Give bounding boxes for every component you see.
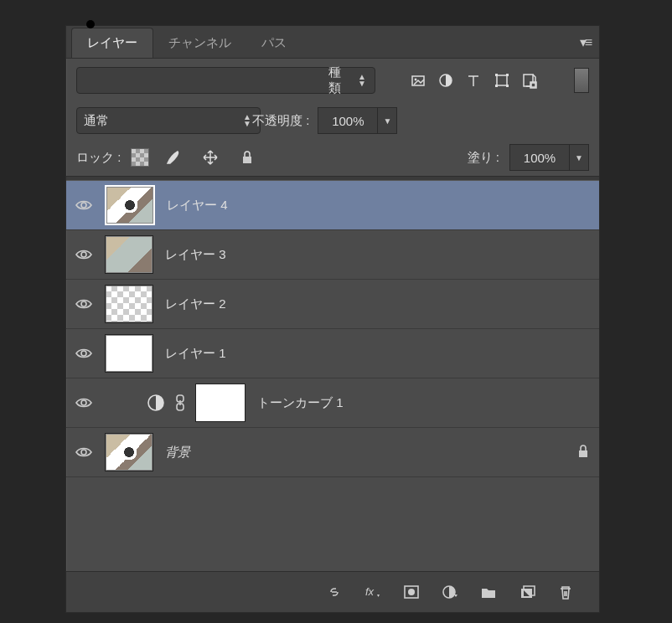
layer-thumbnail[interactable] — [105, 235, 153, 274]
visibility-icon[interactable] — [75, 249, 93, 260]
svg-rect-5 — [497, 75, 507, 85]
layer-row[interactable]: レイヤー 1 — [66, 329, 599, 378]
layer-name[interactable]: レイヤー 4 — [167, 198, 591, 214]
svg-point-3 — [415, 79, 417, 81]
svg-point-18 — [81, 400, 86, 405]
filter-adjustment-icon[interactable] — [435, 68, 457, 93]
filter-type-icon[interactable] — [463, 68, 485, 93]
visibility-icon[interactable] — [75, 397, 93, 409]
lock-icon — [576, 444, 591, 461]
layer-style-icon[interactable]: fx — [364, 584, 381, 600]
add-mask-icon[interactable] — [403, 584, 420, 600]
layer-row[interactable]: レイヤー 4 — [66, 181, 599, 230]
svg-line-1 — [94, 28, 98, 32]
lock-paint-icon[interactable] — [161, 145, 186, 170]
filter-row: 種類 ▲▼ — [66, 59, 599, 102]
visibility-icon[interactable] — [75, 298, 93, 310]
svg-point-14 — [81, 203, 86, 208]
blend-row: 通常 ▲▼ 不透明度 : 100% ▼ — [66, 102, 599, 139]
svg-point-0 — [86, 20, 95, 28]
svg-point-16 — [81, 301, 86, 306]
fill-field[interactable]: 100% — [509, 144, 570, 171]
layer-name[interactable]: レイヤー 3 — [165, 247, 591, 263]
mask-link-icon[interactable] — [173, 394, 187, 412]
layer-thumbnail[interactable] — [105, 433, 153, 471]
fill-label: 塗り : — [468, 150, 499, 166]
opacity-dropdown-button[interactable]: ▼ — [378, 107, 397, 134]
svg-point-15 — [81, 252, 86, 257]
filter-pixel-icon[interactable] — [406, 68, 429, 93]
filter-smartobject-icon[interactable] — [518, 68, 540, 93]
lock-row: ロック : 塗り : 100% ▼ — [66, 139, 599, 176]
svg-point-17 — [81, 351, 86, 356]
svg-rect-9 — [506, 85, 509, 87]
layer-thumbnail[interactable] — [105, 285, 153, 323]
layer-name[interactable]: レイヤー 1 — [165, 346, 591, 362]
layer-row[interactable]: レイヤー 3 — [66, 230, 599, 280]
delete-layer-icon[interactable] — [557, 584, 574, 600]
svg-rect-24 — [579, 451, 587, 457]
svg-point-27 — [408, 589, 415, 595]
layer-name[interactable]: トーンカーブ 1 — [257, 395, 591, 411]
new-group-icon[interactable] — [480, 584, 497, 600]
lock-position-icon[interactable] — [198, 145, 223, 170]
visibility-icon[interactable] — [75, 348, 93, 359]
layer-mask-thumbnail[interactable] — [195, 384, 246, 422]
link-layers-icon[interactable] — [326, 584, 343, 600]
opacity-label: 不透明度 : — [252, 113, 309, 129]
blend-mode-dropdown[interactable]: 通常 ▲▼ — [76, 107, 261, 134]
layer-thumbnail[interactable] — [105, 334, 153, 373]
visibility-icon[interactable] — [75, 199, 93, 211]
filter-shape-icon[interactable] — [490, 68, 513, 93]
layer-row[interactable]: レイヤー 2 — [66, 280, 599, 329]
svg-rect-8 — [495, 85, 498, 87]
layer-row[interactable]: 背景 — [66, 428, 599, 477]
svg-point-23 — [81, 450, 86, 455]
svg-rect-6 — [495, 74, 498, 76]
fill-dropdown-button[interactable]: ▼ — [570, 144, 589, 171]
visibility-icon[interactable] — [75, 446, 93, 458]
stepper-arrows-icon: ▲▼ — [243, 114, 251, 127]
new-adjustment-icon[interactable] — [442, 584, 458, 600]
adjustment-layer-icon — [147, 394, 165, 412]
lock-transparency-icon[interactable] — [131, 148, 149, 167]
layers-panel: レイヤー チャンネル パス ▾≡ 種類 ▲▼ 通常 ▲▼ 不透明度 : 100%… — [65, 25, 600, 613]
opacity-field[interactable]: 100% — [318, 107, 378, 134]
new-layer-icon[interactable] — [519, 584, 535, 600]
filter-kind-dropdown[interactable]: 種類 ▲▼ — [76, 67, 375, 94]
svg-rect-7 — [506, 74, 509, 76]
lock-label: ロック : — [76, 150, 121, 166]
layer-name[interactable]: 背景 — [165, 445, 564, 461]
layer-thumbnail[interactable] — [105, 185, 155, 225]
lock-all-icon[interactable] — [235, 145, 260, 170]
layer-row[interactable]: トーンカーブ 1 — [66, 378, 599, 428]
filter-kind-label: 種類 — [328, 64, 353, 96]
layer-list: レイヤー 4 レイヤー 3 レイヤー 2 レイヤー 1 トーンカーブ — [66, 181, 599, 477]
panel-bottom-bar: fx — [66, 571, 599, 612]
svg-rect-13 — [243, 157, 251, 163]
svg-text:fx: fx — [365, 585, 375, 598]
blend-mode-value: 通常 — [84, 113, 109, 129]
filter-toggle[interactable] — [574, 68, 589, 93]
panel-menu-icon[interactable]: ▾≡ — [580, 34, 591, 50]
layer-name[interactable]: レイヤー 2 — [165, 296, 591, 312]
stepper-arrows-icon: ▲▼ — [358, 74, 366, 87]
